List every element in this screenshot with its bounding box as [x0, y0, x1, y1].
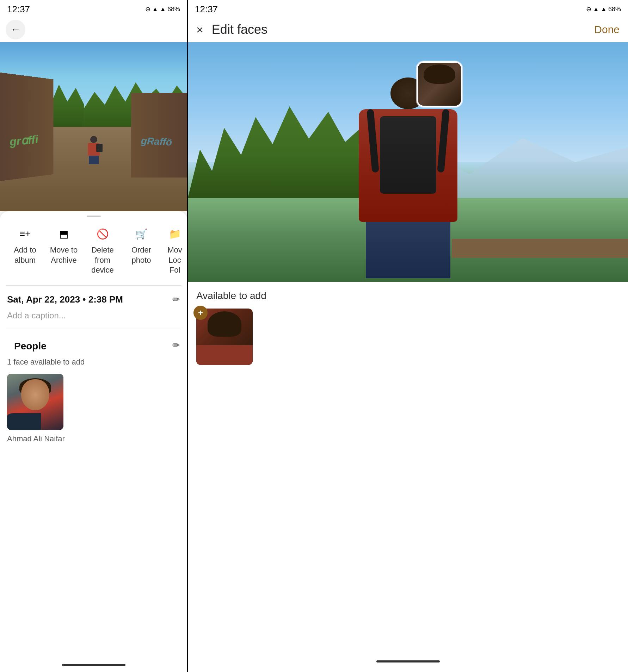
date-row: Sat, Apr 22, 2023 • 2:38 PM ✏ — [0, 291, 187, 308]
divider-1 — [6, 285, 181, 286]
face-art — [7, 374, 63, 430]
folder-icon: 📁 — [166, 225, 183, 242]
right-battery-text: 68% — [608, 6, 621, 13]
wifi-icon: ▲ — [152, 6, 158, 13]
face-thumbnail[interactable] — [7, 374, 63, 430]
right-wifi-icon: ▲ — [593, 6, 599, 13]
person-jacket — [88, 143, 100, 156]
back-button[interactable]: ← — [6, 20, 25, 39]
order-photo-label: Order photo — [123, 245, 159, 265]
backpack-strap-right — [437, 109, 450, 173]
action-move-loc-folder[interactable]: 📁 MovLocFol — [161, 223, 187, 278]
people-section-header: People ✏ — [0, 335, 187, 356]
delete-device-icon: 🚫 — [94, 225, 111, 242]
left-home-indicator — [62, 664, 125, 666]
person-body — [87, 136, 101, 164]
left-status-bar: 12:37 ⊖ ▲ ▲ 68% — [0, 0, 187, 17]
add-face-circle-button[interactable]: + — [193, 306, 208, 320]
bottom-sheet: ≡+ Add toalbum ⬒ Move toArchive 🚫 Delete… — [0, 211, 187, 658]
right-status-bar: 12:37 ⊖ ▲ ▲ 68% — [188, 0, 628, 17]
order-photo-icon: 🛒 — [133, 225, 150, 242]
close-icon: × — [196, 23, 203, 36]
bridge-wall-left — [0, 72, 54, 181]
do-not-disturb-icon: ⊖ — [145, 5, 150, 13]
fat-jacket — [196, 345, 253, 365]
add-to-album-icon: ≡+ — [17, 225, 33, 242]
signal-icon: ▲ — [160, 6, 166, 13]
person-legs — [89, 156, 99, 164]
face-detect-inner — [418, 63, 461, 106]
move-to-archive-label: Move toArchive — [50, 245, 78, 265]
bridge-wall-right — [131, 93, 187, 178]
right-home-indicator — [376, 660, 440, 662]
right-person-pants — [366, 222, 450, 278]
archive-icon: ⬒ — [55, 225, 72, 242]
face-skin — [21, 379, 49, 410]
actions-row: ≡+ Add toalbum ⬒ Move toArchive 🚫 Delete… — [0, 223, 187, 284]
right-photo-scene — [188, 42, 628, 282]
caption-placeholder[interactable]: Add a caption... — [0, 308, 187, 328]
move-loc-label: MovLocFol — [167, 245, 182, 275]
face-jacket — [7, 413, 41, 430]
face-detect-hair — [424, 64, 455, 84]
person-head — [90, 136, 97, 143]
left-time: 12:37 — [7, 4, 30, 15]
face-add-item[interactable]: + — [196, 309, 253, 365]
left-status-icons: ⊖ ▲ ▲ 68% — [145, 5, 180, 13]
battery-text: 68% — [167, 6, 180, 13]
left-photo: grɑffi gRaffö — [0, 42, 187, 211]
action-move-to-archive[interactable]: ⬒ Move toArchive — [44, 223, 83, 268]
graffiti-left: grɑffi — [9, 132, 39, 148]
delete-from-device-label: Delete fromdevice — [85, 245, 121, 275]
action-add-to-album[interactable]: ≡+ Add toalbum — [6, 223, 44, 268]
right-panel: 12:37 ⊖ ▲ ▲ 68% × Edit faces Done — [188, 0, 628, 672]
fat-hair — [208, 311, 241, 337]
right-photo — [188, 42, 628, 282]
backpack-strap-left — [367, 109, 379, 173]
edit-faces-title: Edit faces — [212, 22, 267, 37]
right-time: 12:37 — [195, 4, 218, 15]
person-silhouette — [87, 136, 101, 164]
right-person-back — [348, 77, 468, 282]
date-text: Sat, Apr 22, 2023 • 2:38 PM — [7, 294, 123, 305]
action-delete-from-device[interactable]: 🚫 Delete fromdevice — [83, 223, 122, 278]
person-backpack — [96, 144, 103, 152]
left-top-bar: ← — [0, 17, 187, 42]
graffiti-right: gRaffö — [141, 135, 173, 148]
right-person-jacket — [359, 109, 457, 222]
right-status-icons: ⊖ ▲ ▲ 68% — [586, 5, 621, 13]
right-dnd-icon: ⊖ — [586, 5, 591, 13]
edit-faces-header: × Edit faces Done — [188, 17, 628, 42]
add-to-album-label: Add toalbum — [14, 245, 36, 265]
bridge-scene: grɑffi gRaffö — [0, 42, 187, 211]
action-order-photo[interactable]: 🛒 Order photo — [122, 223, 161, 268]
edit-date-button[interactable]: ✏ — [172, 294, 180, 305]
edit-faces-bottom: Available to add + — [188, 282, 628, 651]
left-panel: 12:37 ⊖ ▲ ▲ 68% ← grɑffi gRaffö — [0, 0, 187, 672]
close-button[interactable]: × — [196, 23, 203, 37]
face-count-text: 1 face available to add — [0, 356, 187, 371]
back-arrow-icon: ← — [11, 24, 20, 35]
edit-people-button[interactable]: ✏ — [172, 340, 180, 351]
drag-handle[interactable] — [87, 216, 101, 217]
left-home-bar — [0, 658, 187, 672]
right-bottom-bar — [188, 651, 628, 672]
people-title: People — [7, 338, 54, 353]
face-detection-box[interactable] — [417, 61, 462, 107]
right-person-backpack — [380, 116, 436, 194]
done-button[interactable]: Done — [594, 24, 620, 36]
divider-2 — [6, 329, 181, 329]
right-signal-icon: ▲ — [601, 6, 607, 13]
right-fence — [452, 239, 628, 258]
available-label: Available to add — [196, 290, 620, 301]
person-name: Ahmad Ali Naifar — [0, 433, 187, 445]
edit-faces-left: × Edit faces — [196, 22, 267, 37]
